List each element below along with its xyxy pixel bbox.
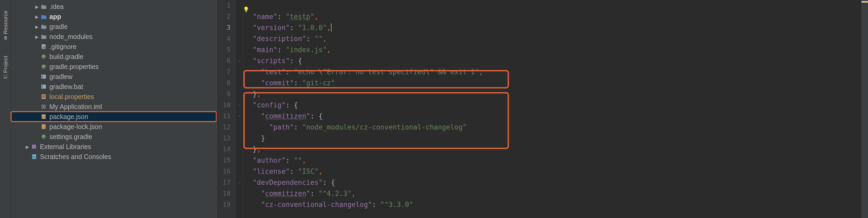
tree-row--gitignore[interactable]: .gi.gitignore (11, 42, 216, 52)
code-token: "" (294, 156, 302, 164)
gutter-line-number[interactable]: 18 (217, 188, 235, 199)
project-tool[interactable]: Project (2, 56, 9, 79)
code-token: "config" (253, 101, 285, 109)
tree-row--idea[interactable]: ▸.idea (11, 2, 216, 11)
disclosure-triangle-icon[interactable]: ▸ (34, 33, 40, 40)
gutter-line-number[interactable]: 2 (217, 11, 235, 22)
code-line[interactable]: "scripts": { (245, 55, 861, 66)
code-token (245, 134, 261, 142)
tree-row-package-lock-json[interactable]: { }package-lock.json (11, 121, 216, 132)
code-line[interactable]: }, (245, 88, 861, 100)
code-token (245, 101, 253, 109)
svg-rect-17 (42, 98, 45, 98)
project-panel[interactable]: ▸.idea▸app▸gradle▸node_modules.gi.gitign… (11, 0, 217, 218)
code-token: { (319, 112, 323, 120)
code-line[interactable] (245, 0, 861, 11)
code-line[interactable]: "config": { (245, 100, 861, 111)
gutter-line-number[interactable]: 4 (217, 33, 235, 44)
gutter-line-number[interactable]: 16 (217, 166, 235, 177)
tree-row-package-json[interactable]: { }package.json (11, 112, 216, 121)
code-line[interactable]: "version": "1.0.0", (245, 22, 861, 33)
fold-toggle-icon[interactable]: − (236, 111, 243, 121)
code-line[interactable]: "path": "node_modules/cz-conventional-ch… (245, 121, 861, 133)
folder-dark-icon (40, 34, 47, 39)
code-line[interactable]: "commit": "git-cz" (245, 77, 861, 88)
tree-item-label: package-lock.json (50, 123, 102, 131)
code-line[interactable]: }, (245, 144, 861, 155)
tree-row-app[interactable]: ▸app (11, 11, 216, 22)
code-token: "devDependencies" (253, 179, 322, 186)
gutter-line-number[interactable]: 15 (217, 155, 235, 166)
gutter-line-number[interactable]: 1 (217, 0, 235, 11)
tree-row-settings-gradle[interactable]: settings.gradle (11, 132, 216, 142)
tree-row-gradle[interactable]: ▸gradle (11, 22, 216, 32)
error-stripe[interactable] (861, 0, 868, 218)
tree-item-label: External Libraries (40, 143, 91, 151)
code-token: \" (426, 68, 434, 76)
tree-row-gradlew[interactable]: gradlew (11, 72, 216, 82)
code-token: " (261, 190, 265, 197)
fold-spacer (236, 22, 243, 33)
gradle-icon (40, 64, 47, 69)
svg-point-25 (42, 137, 44, 138)
tree-row-external-libraries[interactable]: ▸External Libraries (11, 142, 216, 152)
fold-toggle-icon[interactable]: − (236, 55, 243, 66)
fold-column[interactable]: −−−− (236, 0, 243, 218)
fold-toggle-icon[interactable]: − (236, 177, 243, 188)
gutter-line-number[interactable]: 3 (217, 22, 235, 33)
code-line[interactable]: "author": "", (245, 155, 861, 166)
gutter-line-number[interactable]: 12 (217, 121, 235, 133)
tree-row-node-modules[interactable]: ▸node_modules (11, 32, 216, 42)
code-token: "author" (253, 156, 285, 164)
code-line[interactable]: "main": "index.js", (245, 44, 861, 55)
code-token: "node_modules/cz-conventional-changelog" (302, 123, 467, 131)
code-line[interactable]: } (245, 133, 861, 144)
gutter[interactable]: 12345678910111213141516171819 (217, 0, 236, 218)
gutter-line-number[interactable]: 14 (217, 144, 235, 155)
code-line[interactable]: "commitizen": "^4.2.3", (245, 188, 861, 199)
warning-mark[interactable] (861, 1, 868, 3)
code-token: : (286, 156, 294, 164)
editor[interactable]: 12345678910111213141516171819 −−−− 💡 "na… (217, 0, 861, 218)
gutter-line-number[interactable]: 19 (217, 199, 235, 210)
tree-row-gradlew-bat[interactable]: gradlew.bat (11, 82, 216, 92)
svg-point-6 (42, 55, 46, 59)
code-line[interactable]: "description": "", (245, 33, 861, 44)
code-token (245, 46, 253, 54)
code-area[interactable]: 💡 "name": "testp", "version": "1.0.0", "… (243, 0, 861, 218)
disclosure-triangle-icon[interactable]: ▸ (34, 13, 40, 21)
gutter-line-number[interactable]: 5 (217, 44, 235, 55)
code-line[interactable]: "devDependencies": { (245, 177, 861, 188)
code-line[interactable]: "cz-conventional-changelog": "^3.3.0" (245, 199, 861, 210)
code-token: \" (319, 68, 327, 76)
resource-tool[interactable]: Resource (2, 10, 9, 40)
tree-row-build-gradle[interactable]: build.gradle (11, 52, 216, 62)
code-line[interactable]: "license": "ISC", (245, 166, 861, 177)
gutter-line-number[interactable]: 13 (217, 133, 235, 144)
gutter-line-number[interactable]: 7 (217, 66, 235, 77)
gutter-line-number[interactable]: 17 (217, 177, 235, 188)
tree-row-scratches-and-consoles[interactable]: Scratches and Consoles (11, 152, 216, 162)
terminal-icon (40, 84, 47, 89)
tree-item-label: gradlew.bat (50, 83, 83, 90)
gutter-line-number[interactable]: 8 (217, 77, 235, 88)
gutter-line-number[interactable]: 6 (217, 55, 235, 66)
gutter-line-number[interactable]: 10 (217, 100, 235, 111)
code-token: } (253, 145, 257, 153)
gutter-line-number[interactable]: 9 (217, 88, 235, 100)
gutter-line-number[interactable]: 11 (217, 111, 235, 121)
svg-rect-3 (4, 77, 7, 78)
intention-bulb-icon[interactable]: 💡 (243, 6, 249, 12)
svg-point-10 (42, 67, 44, 68)
fold-toggle-icon[interactable]: − (236, 100, 243, 111)
disclosure-triangle-icon[interactable]: ▸ (24, 143, 30, 151)
disclosure-triangle-icon[interactable]: ▸ (34, 3, 40, 10)
tree-row-gradle-properties[interactable]: gradle.properties (11, 62, 216, 72)
disclosure-triangle-icon[interactable]: ▸ (34, 23, 40, 31)
code-line[interactable]: "name": "testp", (245, 11, 861, 22)
code-line[interactable]: "test": "echo \"Error: no test specified… (245, 66, 861, 77)
code-line[interactable]: "commitizen": { (245, 111, 861, 121)
tree-row-my-application-iml[interactable]: My Application.iml (11, 102, 216, 112)
tree-row-local-properties[interactable]: local.properties (11, 92, 216, 102)
tree-item-label: Scratches and Consoles (40, 153, 111, 161)
